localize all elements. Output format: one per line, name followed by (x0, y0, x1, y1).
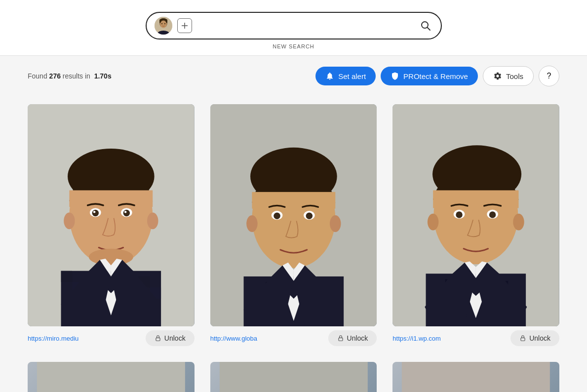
svg-point-23 (93, 211, 96, 213)
svg-point-25 (89, 249, 133, 266)
svg-point-7 (164, 23, 165, 24)
svg-rect-76 (521, 338, 525, 341)
bell-icon (325, 72, 334, 80)
svg-point-47 (246, 215, 258, 232)
image-grid: https://miro.mediu Unlock (0, 96, 587, 392)
new-search-link[interactable]: NEW SEARCH (273, 43, 314, 49)
svg-line-12 (427, 28, 430, 31)
item-url-2: http://www.globa (210, 335, 257, 342)
tools-label: Tools (506, 72, 523, 80)
set-alert-label: Set alert (338, 72, 366, 80)
search-button[interactable] (418, 18, 433, 33)
svg-rect-62 (433, 190, 518, 208)
svg-point-5 (160, 21, 166, 28)
search-input[interactable] (197, 21, 413, 30)
add-image-button[interactable] (177, 18, 192, 33)
svg-point-24 (124, 211, 127, 213)
svg-rect-87 (219, 362, 367, 392)
face-image-1 (28, 104, 195, 326)
svg-point-65 (456, 211, 463, 218)
unlock-label-1: Unlock (164, 334, 186, 342)
unlock-button-1[interactable]: Unlock (146, 330, 195, 346)
set-alert-button[interactable]: Set alert (315, 67, 376, 85)
svg-rect-97 (402, 362, 550, 392)
svg-point-22 (123, 210, 130, 217)
results-count: Found 276 results in 1.70s (28, 72, 112, 80)
image-container-4[interactable] (28, 362, 195, 392)
help-icon: ? (547, 72, 551, 80)
grid-item-6 (385, 354, 567, 392)
shield-icon (391, 72, 399, 80)
lock-icon-1 (155, 335, 161, 342)
lock-icon-2 (337, 335, 344, 342)
help-button[interactable]: ? (539, 66, 559, 86)
svg-rect-56 (338, 338, 342, 341)
svg-rect-42 (252, 192, 335, 209)
protect-remove-button[interactable]: PROtect & Remove (381, 67, 478, 85)
svg-rect-28 (61, 271, 73, 282)
face-image-2 (210, 104, 377, 326)
image-container-3[interactable] (392, 104, 559, 326)
svg-point-27 (147, 212, 158, 229)
search-bar (146, 12, 442, 39)
image-container-1[interactable] (28, 104, 195, 326)
unlock-label-2: Unlock (347, 334, 368, 342)
unlock-button-3[interactable]: Unlock (510, 330, 559, 346)
svg-point-66 (489, 211, 496, 218)
face-image-5 (210, 362, 377, 392)
unlock-label-3: Unlock (529, 334, 550, 342)
svg-point-26 (64, 212, 75, 229)
item-url-1: https://miro.mediu (28, 335, 78, 342)
gear-icon (493, 72, 502, 80)
svg-point-67 (428, 214, 439, 231)
lock-icon-3 (519, 335, 526, 342)
face-image-4 (28, 362, 195, 392)
image-container-2[interactable] (210, 104, 377, 326)
header: NEW SEARCH (0, 0, 587, 56)
grid-item-3: https://i1.wp.com Unlock (385, 96, 567, 354)
svg-point-68 (513, 214, 525, 231)
svg-rect-18 (69, 190, 153, 207)
grid-item-4 (20, 354, 202, 392)
svg-point-6 (161, 23, 162, 24)
svg-point-46 (306, 212, 313, 219)
grid-item-1: https://miro.mediu Unlock (20, 96, 202, 354)
grid-item-2: http://www.globa Unlock (202, 96, 385, 354)
grid-item-5 (202, 354, 385, 392)
svg-rect-77 (37, 362, 185, 392)
search-avatar (155, 17, 172, 35)
results-actions: Set alert PROtect & Remove Tools ? (315, 66, 559, 86)
tools-button[interactable]: Tools (483, 66, 534, 86)
results-bar: Found 276 results in 1.70s Set alert PRO… (0, 56, 587, 96)
item-footer-1: https://miro.mediu Unlock (28, 330, 195, 346)
svg-point-45 (274, 212, 280, 219)
item-url-3: https://i1.wp.com (392, 335, 441, 342)
image-container-5[interactable] (210, 362, 377, 392)
face-image-6 (392, 362, 559, 392)
image-container-6[interactable] (392, 362, 559, 392)
face-image-3 (392, 104, 559, 326)
svg-rect-36 (156, 338, 160, 341)
svg-point-21 (92, 210, 99, 217)
item-footer-3: https://i1.wp.com Unlock (392, 330, 559, 346)
unlock-button-2[interactable]: Unlock (328, 330, 377, 346)
protect-remove-label: PROtect & Remove (403, 72, 468, 80)
svg-point-48 (330, 215, 341, 232)
item-footer-2: http://www.globa Unlock (210, 330, 377, 346)
